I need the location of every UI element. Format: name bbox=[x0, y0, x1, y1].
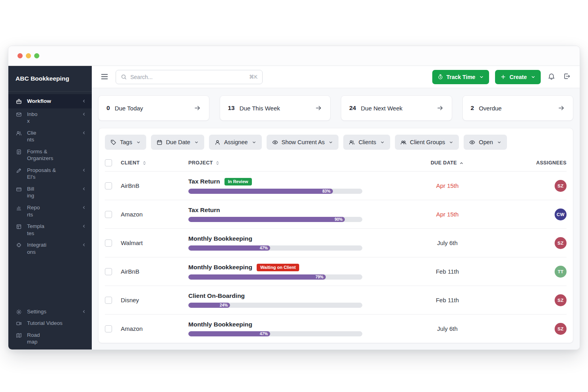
sidebar-item[interactable]: Repo rts bbox=[8, 202, 92, 220]
filter-dropdown[interactable]: Show Current As bbox=[267, 135, 339, 150]
row-checkbox[interactable] bbox=[105, 325, 112, 332]
column-header-due-date[interactable]: DUE DATE bbox=[388, 160, 507, 166]
filter-dropdown[interactable]: Tags bbox=[105, 135, 146, 150]
sidebar-item-label: Repo rts bbox=[27, 204, 77, 218]
project-name[interactable]: Client On-Boarding bbox=[188, 292, 245, 299]
column-header-client[interactable]: CLIENT bbox=[121, 160, 188, 166]
sidebar-item[interactable]: Templa tes bbox=[8, 220, 92, 239]
project-name[interactable]: Monthly Bookkeeping bbox=[188, 321, 252, 328]
project-name[interactable]: Monthly Bookkeeping bbox=[188, 235, 252, 242]
menu-icon bbox=[100, 72, 109, 81]
row-checkbox[interactable] bbox=[105, 211, 112, 218]
template-icon bbox=[16, 224, 22, 230]
progress-bar-fill: 79% bbox=[188, 274, 326, 280]
summary-card[interactable]: 13 Due This Week bbox=[220, 95, 331, 121]
search-input[interactable] bbox=[130, 74, 246, 80]
filter-dropdown[interactable]: Client Groups bbox=[395, 135, 459, 150]
due-date: Apr 15th bbox=[388, 182, 507, 189]
chevron-down-icon bbox=[531, 75, 536, 79]
table-row[interactable]: Walmart Monthly Bookkeeping 47% bbox=[105, 228, 567, 257]
close-window-button[interactable] bbox=[17, 53, 23, 58]
app-body: ABC Bookkeeping Workflow Inbo x bbox=[8, 66, 580, 350]
sidebar-item-label: Clie nts bbox=[27, 129, 77, 143]
arrow-right-icon[interactable] bbox=[315, 104, 322, 112]
client-name: Amazon bbox=[121, 211, 188, 218]
person-icon bbox=[215, 139, 220, 145]
project-header-label: PROJECT bbox=[188, 160, 213, 166]
select-all-checkbox[interactable] bbox=[105, 159, 112, 166]
column-header-project[interactable]: PROJECT bbox=[188, 160, 388, 166]
project-name[interactable]: Tax Return bbox=[188, 207, 220, 214]
chevron-down-icon bbox=[380, 140, 385, 145]
table-row[interactable]: Disney Client On-Boarding 24% bbox=[105, 286, 567, 314]
sidebar-item[interactable]: Tutorial Videos bbox=[8, 317, 92, 329]
filter-label: Assignee bbox=[224, 139, 248, 145]
eye-icon bbox=[272, 139, 278, 145]
sidebar-item[interactable]: Proposals & El's bbox=[8, 164, 92, 183]
progress-bar-fill: 83% bbox=[188, 189, 333, 194]
forms-icon bbox=[16, 149, 22, 155]
progress-label: 83% bbox=[323, 189, 331, 193]
sidebar-item[interactable]: Integrati ons bbox=[8, 239, 92, 258]
sidebar-item[interactable]: Settings bbox=[8, 306, 92, 318]
filter-bar: Tags Due Date bbox=[105, 135, 567, 150]
sort-icon bbox=[142, 160, 147, 166]
content: 0 Due Today 13 Due This Week 24 bbox=[92, 88, 580, 350]
row-checkbox[interactable] bbox=[105, 297, 112, 304]
card-count: 24 bbox=[349, 104, 356, 112]
plus-icon bbox=[500, 74, 506, 80]
sidebar-item[interactable]: Clie nts bbox=[8, 127, 92, 146]
card-count: 2 bbox=[471, 104, 474, 112]
sidebar-item[interactable]: Bill ing bbox=[8, 183, 92, 202]
logout-button[interactable] bbox=[562, 72, 572, 82]
maximize-window-button[interactable] bbox=[34, 53, 39, 58]
puzzle-icon bbox=[16, 242, 22, 248]
arrow-right-icon[interactable] bbox=[558, 104, 565, 112]
create-button[interactable]: Create bbox=[495, 70, 541, 84]
sidebar-item[interactable]: Workflow bbox=[8, 94, 92, 108]
chevron-left-icon bbox=[82, 205, 86, 210]
progress-bar: 24% bbox=[188, 303, 362, 308]
sidebar-item-label: Forms & Organizers bbox=[27, 148, 86, 162]
filter-label: Open bbox=[479, 139, 493, 145]
chevron-left-icon bbox=[82, 309, 86, 314]
summary-card[interactable]: 0 Due Today bbox=[98, 95, 209, 121]
minimize-window-button[interactable] bbox=[26, 53, 31, 58]
filter-label: Client Groups bbox=[410, 139, 445, 145]
card-label: Due Next Week bbox=[361, 105, 402, 112]
create-label: Create bbox=[509, 74, 527, 80]
filter-dropdown[interactable]: Open bbox=[464, 135, 507, 150]
filter-dropdown[interactable]: Clients bbox=[343, 135, 390, 150]
table-header: CLIENT PROJECT DUE DATE ASSIGNEES bbox=[105, 154, 567, 171]
status-badge: In Review bbox=[224, 178, 252, 185]
chevron-down-icon bbox=[329, 140, 333, 145]
row-checkbox[interactable] bbox=[105, 182, 112, 189]
track-time-button[interactable]: Track Time bbox=[432, 70, 489, 84]
progress-bar-fill: 90% bbox=[188, 217, 345, 222]
sidebar-item[interactable]: Road map bbox=[8, 329, 92, 348]
sidebar-item[interactable]: Forms & Organizers bbox=[8, 146, 92, 164]
row-checkbox[interactable] bbox=[105, 239, 112, 247]
filter-dropdown[interactable]: Assignee bbox=[209, 135, 262, 150]
table-row[interactable]: AirBnB Tax Return In Review 83% bbox=[105, 171, 567, 200]
assignee-avatar: CW bbox=[555, 209, 567, 220]
table-row[interactable]: AirBnB Monthly Bookkeeping Waiting on Cl… bbox=[105, 257, 567, 286]
filter-dropdown[interactable]: Due Date bbox=[151, 135, 204, 150]
menu-button[interactable] bbox=[100, 72, 109, 82]
assignee-avatar: SZ bbox=[555, 237, 567, 249]
arrow-right-icon[interactable] bbox=[437, 104, 444, 112]
arrow-right-icon[interactable] bbox=[194, 104, 201, 112]
progress-bar: 90% bbox=[188, 217, 362, 222]
table-row[interactable]: Amazon Tax Return 90% bbox=[105, 200, 567, 228]
sidebar-item-label: Templa tes bbox=[27, 223, 77, 237]
window-titlebar bbox=[8, 46, 580, 66]
project-name[interactable]: Monthly Bookkeeping bbox=[188, 264, 252, 271]
table-row[interactable]: Amazon Monthly Bookkeeping 47% bbox=[105, 314, 567, 343]
notifications-button[interactable] bbox=[547, 72, 556, 82]
project-name[interactable]: Tax Return bbox=[188, 178, 220, 185]
sidebar-item[interactable]: Inbo x bbox=[8, 108, 92, 127]
row-checkbox[interactable] bbox=[105, 268, 112, 275]
summary-cards: 0 Due Today 13 Due This Week 24 bbox=[98, 95, 573, 121]
summary-card[interactable]: 2 Overdue bbox=[462, 95, 574, 121]
summary-card[interactable]: 24 Due Next Week bbox=[341, 95, 452, 121]
